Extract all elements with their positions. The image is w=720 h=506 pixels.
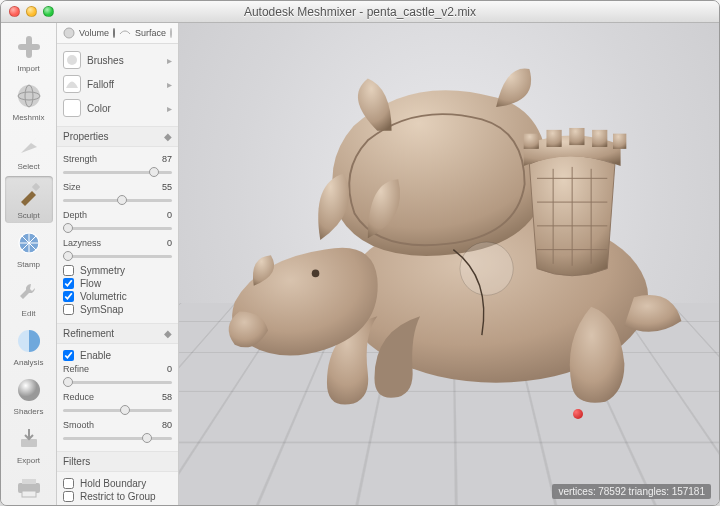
smooth-slider[interactable] <box>63 437 172 440</box>
brushes-label: Brushes <box>87 55 124 66</box>
triangles-label: triangles: <box>629 486 670 497</box>
symmetry-label: Symmetry <box>80 265 125 276</box>
svg-rect-17 <box>547 130 562 147</box>
flow-checkbox[interactable] <box>63 278 74 289</box>
refine-value: 0 <box>167 364 172 374</box>
tool-analysis-label: Analysis <box>14 358 44 367</box>
triangles-value: 157181 <box>672 486 705 497</box>
hold-boundary-checkbox[interactable] <box>63 478 74 489</box>
smooth-value: 80 <box>162 420 172 430</box>
svg-point-13 <box>67 55 77 65</box>
chevron-right-icon: ▸ <box>167 55 172 66</box>
tool-meshmix-label: Meshmix <box>12 113 44 122</box>
restrict-group-checkbox[interactable] <box>63 491 74 502</box>
symsnap-checkbox[interactable] <box>63 304 74 315</box>
traffic-lights <box>9 6 54 17</box>
viewport-3d[interactable]: vertices: 78592 triangles: 157181 <box>179 23 719 505</box>
tool-stamp-label: Stamp <box>17 260 40 269</box>
properties-body: Strength87 Size55 Depth0 Lazyness0 Symme… <box>57 147 178 323</box>
content-area: Import Meshmix Select Sculpt Stamp Edit <box>1 23 719 505</box>
reduce-slider[interactable] <box>63 409 172 412</box>
tool-import[interactable]: Import <box>5 29 53 76</box>
tool-print[interactable]: Print <box>5 470 53 506</box>
falloff-swatch-icon <box>63 75 81 93</box>
disclosure-icon: ◆ <box>164 131 172 142</box>
lazyness-label: Lazyness <box>63 238 101 248</box>
svg-point-15 <box>312 269 320 277</box>
depth-slider[interactable] <box>63 227 172 230</box>
volumetric-label: Volumetric <box>80 291 127 302</box>
refinement-header-label: Refinement <box>63 328 114 339</box>
chevron-right-icon: ▸ <box>167 103 172 114</box>
tool-meshmix[interactable]: Meshmix <box>5 78 53 125</box>
svg-rect-16 <box>524 134 539 149</box>
smooth-label: Smooth <box>63 420 94 430</box>
brushes-picker[interactable]: Brushes▸ <box>63 48 172 72</box>
tool-export-label: Export <box>17 456 40 465</box>
symmetry-checkbox[interactable] <box>63 265 74 276</box>
size-value: 55 <box>162 182 172 192</box>
strength-value: 87 <box>162 154 172 164</box>
svg-point-12 <box>64 28 74 38</box>
refine-label: Refine <box>63 364 89 374</box>
tool-shaders-label: Shaders <box>14 407 44 416</box>
refinement-header[interactable]: Refinement◆ <box>57 323 178 344</box>
strength-label: Strength <box>63 154 97 164</box>
tool-export[interactable]: Export <box>5 421 53 468</box>
tool-select[interactable]: Select <box>5 127 53 174</box>
tool-sculpt-label: Sculpt <box>17 211 39 220</box>
volumetric-checkbox[interactable] <box>63 291 74 302</box>
color-label: Color <box>87 103 111 114</box>
tool-edit-label: Edit <box>22 309 36 318</box>
svg-point-0 <box>18 85 40 107</box>
brush-pickers: Brushes▸ Falloff▸ Color▸ <box>57 44 178 126</box>
tool-sculpt[interactable]: Sculpt <box>5 176 53 223</box>
enable-checkbox[interactable] <box>63 350 74 361</box>
vertices-label: vertices: <box>558 486 595 497</box>
stamp-icon <box>14 228 44 258</box>
size-slider[interactable] <box>63 199 172 202</box>
title-bar[interactable]: Autodesk Meshmixer - penta_castle_v2.mix <box>1 1 719 23</box>
svg-rect-11 <box>22 491 36 497</box>
tool-stamp[interactable]: Stamp <box>5 225 53 272</box>
filters-header[interactable]: Filters <box>57 451 178 472</box>
model-triceratops-castle <box>211 52 686 447</box>
refine-slider[interactable] <box>63 381 172 384</box>
tool-shaders[interactable]: Shaders <box>5 372 53 419</box>
svg-point-7 <box>18 379 40 401</box>
tool-edit[interactable]: Edit <box>5 274 53 321</box>
sphere-icon <box>14 81 44 111</box>
reduce-value: 58 <box>162 392 172 402</box>
falloff-picker[interactable]: Falloff▸ <box>63 72 172 96</box>
flow-label: Flow <box>80 278 101 289</box>
color-picker[interactable]: Color▸ <box>63 96 172 120</box>
refinement-body: Enable Refine0 Reduce58 Smooth80 <box>57 344 178 451</box>
mode-surface-radio[interactable] <box>170 28 172 38</box>
reduce-label: Reduce <box>63 392 94 402</box>
close-button[interactable] <box>9 6 20 17</box>
status-bar: vertices: 78592 triangles: 157181 <box>552 484 711 499</box>
tool-sidebar: Import Meshmix Select Sculpt Stamp Edit <box>1 23 57 505</box>
symsnap-label: SymSnap <box>80 304 123 315</box>
shader-ball-icon <box>14 375 44 405</box>
svg-rect-10 <box>22 479 36 484</box>
window-title: Autodesk Meshmixer - penta_castle_v2.mix <box>1 5 719 19</box>
mode-surface-label: Surface <box>135 28 166 38</box>
zoom-button[interactable] <box>43 6 54 17</box>
properties-header[interactable]: Properties◆ <box>57 126 178 147</box>
chevron-right-icon: ▸ <box>167 79 172 90</box>
tool-analysis[interactable]: Analysis <box>5 323 53 370</box>
arrow-icon <box>14 130 44 160</box>
filters-header-label: Filters <box>63 456 90 467</box>
disclosure-icon: ◆ <box>164 328 172 339</box>
depth-value: 0 <box>167 210 172 220</box>
mode-volume-radio[interactable] <box>113 28 115 38</box>
svg-rect-3 <box>31 183 39 191</box>
restrict-group-label: Restrict to Group <box>80 491 156 502</box>
mode-bar: Volume Surface <box>57 23 178 44</box>
lazyness-slider[interactable] <box>63 255 172 258</box>
tool-select-label: Select <box>17 162 39 171</box>
minimize-button[interactable] <box>26 6 37 17</box>
export-icon <box>14 424 44 454</box>
strength-slider[interactable] <box>63 171 172 174</box>
